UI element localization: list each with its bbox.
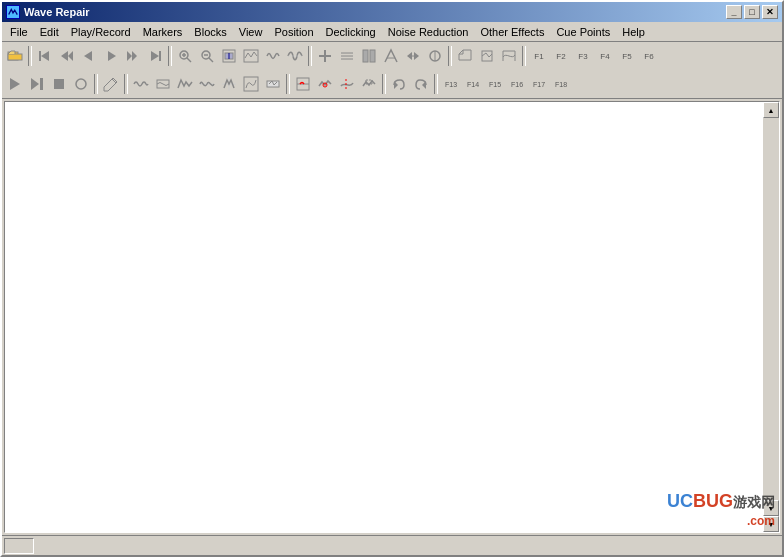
svg-rect-3 [39,51,41,61]
f15-button[interactable]: F15 [484,73,506,95]
scroll-track[interactable] [763,118,779,500]
maximize-button[interactable]: □ [744,5,760,19]
minimize-button[interactable]: _ [726,5,742,19]
svg-marker-57 [394,81,398,89]
menu-declicking[interactable]: Declicking [320,24,382,40]
sep-9 [382,74,386,94]
edit-tool-1[interactable] [314,45,336,67]
play-button[interactable] [4,73,26,95]
watermark-bug: BUG [693,491,733,511]
prev-button[interactable] [56,45,78,67]
status-text [9,540,12,551]
sep-4 [448,46,452,66]
zoom-all-button[interactable] [240,45,262,67]
wave-disp-5[interactable] [218,73,240,95]
edit-tool-2[interactable] [336,45,358,67]
f1-button[interactable]: F1 [528,45,550,67]
status-bar [2,535,782,555]
pencil-button[interactable] [100,73,122,95]
wave-disp-7[interactable] [262,73,284,95]
svg-rect-42 [54,79,64,89]
svg-line-14 [187,58,191,62]
repair-3[interactable] [336,73,358,95]
to-end-button[interactable] [144,45,166,67]
f5-button[interactable]: F5 [616,45,638,67]
svg-marker-8 [108,51,116,61]
wave-disp-6[interactable] [240,73,262,95]
scrollbar-vertical: ▲ ▼ ▼ [763,102,779,532]
sep-5 [522,46,526,66]
zoom-wave2-button[interactable] [284,45,306,67]
repair-1[interactable] [292,73,314,95]
f16-button[interactable]: F16 [506,73,528,95]
step-fwd-button[interactable] [100,45,122,67]
toolbar-row-1: F1 F2 F3 F4 F5 F6 [2,42,782,70]
menu-help[interactable]: Help [616,24,651,40]
f18-button[interactable]: F18 [550,73,572,95]
menu-noise[interactable]: Noise Reduction [382,24,475,40]
tool-extra-1[interactable] [454,45,476,67]
f4-button[interactable]: F4 [594,45,616,67]
menu-file[interactable]: File [4,24,34,40]
menu-edit[interactable]: Edit [34,24,65,40]
svg-line-18 [209,58,213,62]
svg-marker-6 [68,51,73,61]
toolbar-area: F1 F2 F3 F4 F5 F6 [2,42,782,99]
record-button[interactable] [70,73,92,95]
menu-view[interactable]: View [233,24,269,40]
redo-button[interactable] [410,73,432,95]
wave-disp-4[interactable] [196,73,218,95]
watermark-uc: UC [667,491,693,511]
f6-button[interactable]: F6 [638,45,660,67]
zoom-wave-button[interactable] [262,45,284,67]
tool-extra-2[interactable] [476,45,498,67]
next-button[interactable] [122,45,144,67]
zoom-out-button[interactable] [196,45,218,67]
open-button[interactable] [4,45,26,67]
main-window: Wave Repair _ □ ✕ File Edit Play/Record … [0,0,784,557]
repair-4[interactable] [358,73,380,95]
stop-button[interactable] [48,73,70,95]
play-sel-button[interactable] [26,73,48,95]
main-content: ▲ ▼ ▼ UCBUG游戏网 .com [4,101,780,533]
sep-3 [308,46,312,66]
to-start-button[interactable] [34,45,56,67]
menu-effects[interactable]: Other Effects [474,24,550,40]
svg-rect-41 [40,78,43,90]
menu-blocks[interactable]: Blocks [188,24,232,40]
toolbar-row-2: F13 F14 F15 F16 F17 F18 [2,70,782,98]
watermark-line1: UCBUG游戏网 [667,491,775,512]
wave-disp-1[interactable] [130,73,152,95]
edit-tool-5[interactable] [402,45,424,67]
svg-marker-5 [61,51,68,61]
svg-rect-30 [363,50,368,62]
f2-button[interactable]: F2 [550,45,572,67]
zoom-sel-button[interactable] [218,45,240,67]
menu-cuepoints[interactable]: Cue Points [550,24,616,40]
watermark: UCBUG游戏网 .com [667,491,775,528]
menu-markers[interactable]: Markers [137,24,189,40]
f14-button[interactable]: F14 [462,73,484,95]
undo-button[interactable] [388,73,410,95]
repair-2[interactable] [314,73,336,95]
f3-button[interactable]: F3 [572,45,594,67]
menu-position[interactable]: Position [268,24,319,40]
title-bar: Wave Repair _ □ ✕ [2,2,782,22]
svg-marker-44 [104,78,117,91]
menu-playrecord[interactable]: Play/Record [65,24,137,40]
wave-disp-2[interactable] [152,73,174,95]
f13-button[interactable]: F13 [440,73,462,95]
close-button[interactable]: ✕ [762,5,778,19]
wave-disp-3[interactable] [174,73,196,95]
scroll-up-button[interactable]: ▲ [763,102,779,118]
tool-extra-3[interactable] [498,45,520,67]
edit-tool-6[interactable] [424,45,446,67]
edit-tool-4[interactable] [380,45,402,67]
f17-button[interactable]: F17 [528,73,550,95]
sep-1 [28,46,32,66]
svg-marker-58 [422,81,426,89]
edit-tool-3[interactable] [358,45,380,67]
zoom-in-button[interactable] [174,45,196,67]
step-back-button[interactable] [78,45,100,67]
window-title: Wave Repair [24,6,90,18]
